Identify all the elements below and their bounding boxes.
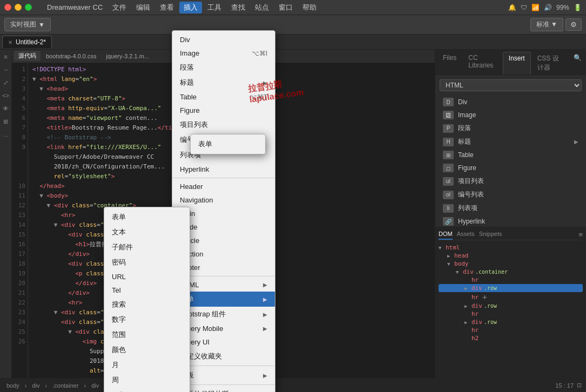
menu-file[interactable]: 文件 <box>108 2 131 13</box>
status-div[interactable]: div <box>30 381 42 390</box>
menu-item-image[interactable]: Image ⌥⌘I <box>172 46 275 60</box>
menu-item-heading[interactable]: 标题 ▶ <box>172 75 275 90</box>
menu-item-figure[interactable]: Figure <box>172 104 275 117</box>
menu-insert[interactable]: 插入 <box>179 2 202 13</box>
tab-css-designer[interactable]: CSS 设计器 <box>532 52 569 75</box>
gear-button[interactable]: ⚙ <box>565 18 582 31</box>
menu-tools[interactable]: 工具 <box>203 2 226 13</box>
form-submenu-item-form[interactable]: 表单 <box>104 209 190 225</box>
insert-ol[interactable]: ol 编号列表 <box>440 188 582 201</box>
status-div2[interactable]: div <box>89 381 101 390</box>
code-tab-bootstrap[interactable]: bootstrap-4.0.0.css <box>42 52 101 60</box>
dom-tab-snippets[interactable]: Snippets <box>479 231 502 240</box>
insert-ul[interactable]: ul 项目列表 <box>440 174 582 188</box>
right-panel: Files CC Libraries Insert CSS 设计器 🔍 HTML… <box>435 50 586 378</box>
paragraph-icon: P <box>443 124 454 133</box>
code-tab-source[interactable]: 源代码 <box>14 51 41 61</box>
menu-item-div[interactable]: Div <box>172 33 275 46</box>
form-submenu-item-number[interactable]: 数字 <box>104 312 190 327</box>
form-submenu-item-password[interactable]: 密码 <box>104 255 190 270</box>
insert-hyperlink[interactable]: 🔗 Hyperlink <box>440 215 582 227</box>
status-body[interactable]: body <box>4 381 22 390</box>
wifi-icon: 📶 <box>531 4 540 11</box>
sidebar-layers-icon[interactable]: ⊞ <box>1 117 11 126</box>
status-container[interactable]: .container <box>50 381 80 390</box>
close-button[interactable] <box>4 4 11 11</box>
dom-tab-assets[interactable]: Assets <box>457 231 475 240</box>
dom-arrow-icon: ▶ <box>464 320 470 325</box>
status-layout-icon[interactable]: ⊡ <box>577 382 582 389</box>
dom-node-hr3[interactable]: hr <box>439 310 583 318</box>
menu-item-ul[interactable]: 项目列表 <box>172 117 275 132</box>
form-submenu-item-tel[interactable]: Tel <box>104 283 190 297</box>
standard-button[interactable]: 标准 ▼ <box>530 18 563 31</box>
menu-item-header[interactable]: Header <box>172 180 275 193</box>
insert-paragraph[interactable]: P 段落 <box>440 121 582 135</box>
menu-help[interactable]: 帮助 <box>298 2 321 13</box>
dom-node-hr1[interactable]: hr <box>439 276 583 284</box>
insert-heading[interactable]: H 标题 ▶ <box>440 135 582 148</box>
tab-label: Untitled-2* <box>16 38 46 46</box>
menu-item-paragraph[interactable]: 段落 <box>172 60 275 75</box>
menu-window[interactable]: 窗口 <box>274 2 297 13</box>
dom-panel-close-icon[interactable]: ≡ <box>578 231 583 240</box>
sidebar-files-icon[interactable]: ≡ <box>1 52 11 62</box>
form-submenu-item-date[interactable]: 日期 <box>104 388 190 392</box>
dom-node-row2[interactable]: ▶ div .row <box>439 302 583 310</box>
dom-panel: DOM Assets Snippets ≡ ▼ html ▶ head ▼ <box>435 227 586 378</box>
form-submenu-item-search[interactable]: 搜索 <box>104 297 190 312</box>
menu-item-navigation[interactable]: Navigation <box>172 193 275 207</box>
dom-node-row-selected[interactable]: ▶ div .row <box>439 284 583 292</box>
status-bar: body › div › .container › div › .row 15 … <box>0 378 586 392</box>
toolbar: 实时视图 ▼ 标准 ▼ ⚙ <box>0 15 586 35</box>
form-submenu-item-range[interactable]: 范围 <box>104 327 190 342</box>
sidebar-more-icon[interactable]: … <box>1 130 11 139</box>
insert-li[interactable]: li 列表项 <box>440 201 582 215</box>
code-tab-jquery[interactable]: jquery-3.2.1.m... <box>102 52 153 60</box>
menu-edit[interactable]: 编辑 <box>132 2 154 13</box>
form-submenu-item-month[interactable]: 月 <box>104 357 190 373</box>
menu-dreamweaver[interactable]: Dreamweaver CC <box>43 2 107 12</box>
menu-item-hyperlink[interactable]: Hyperlink <box>172 163 275 176</box>
form-submenu-item-week[interactable]: 周 <box>104 373 190 388</box>
menu-view[interactable]: 查看 <box>156 2 178 13</box>
insert-image[interactable]: 🖼 Image <box>440 109 582 121</box>
form-submenu-item-color[interactable]: 颜色 <box>104 342 190 357</box>
tab-insert[interactable]: Insert <box>503 52 531 75</box>
live-view-button[interactable]: 实时视图 ▼ <box>4 18 51 31</box>
sidebar-expand-icon[interactable]: ⤢ <box>1 78 11 87</box>
filter-icon[interactable]: 🔍 <box>571 52 584 75</box>
dom-node-hr4[interactable]: hr <box>439 326 583 334</box>
tab-close-icon[interactable]: ✕ <box>8 39 12 45</box>
maximize-button[interactable] <box>25 4 32 11</box>
menu-item-table[interactable]: Table ⌥⌘T <box>172 90 275 104</box>
menu-find[interactable]: 查找 <box>227 2 250 13</box>
form-submenu-item-url[interactable]: URL <box>104 270 190 283</box>
table-submenu-item-table[interactable]: 表单 <box>191 137 265 152</box>
form-submenu[interactable]: 表单 文本 子邮件 密码 URL Tel 搜索 数字 范围 颜色 月 周 日期 … <box>104 207 190 392</box>
dom-node-body[interactable]: ▼ body <box>439 260 583 268</box>
dom-tab-dom[interactable]: DOM <box>439 231 453 240</box>
table-submenu[interactable]: 表单 <box>190 134 266 154</box>
insert-figure[interactable]: ◻ Figure <box>440 161 582 174</box>
tab-untitled[interactable]: ✕ Untitled-2* <box>2 36 52 48</box>
minimize-button[interactable] <box>15 4 22 11</box>
sidebar-code-icon[interactable]: <> <box>1 91 11 100</box>
insert-table[interactable]: ⊞ Table <box>440 148 582 161</box>
tab-files[interactable]: Files <box>437 52 462 75</box>
dom-node-h2[interactable]: h2 <box>439 334 583 342</box>
dom-node-hr2[interactable]: hr + <box>439 292 583 302</box>
dom-node-container[interactable]: ▼ div .container <box>439 268 583 276</box>
dom-node-head[interactable]: ▶ head <box>439 252 583 260</box>
sidebar-eye-icon[interactable]: 👁 <box>1 104 11 113</box>
form-submenu-item-text[interactable]: 文本 <box>104 225 190 240</box>
html-category-select[interactable]: HTML <box>440 79 582 91</box>
tab-cc-libraries[interactable]: CC Libraries <box>463 52 501 75</box>
dom-add-button[interactable]: + <box>480 293 489 301</box>
insert-div[interactable]: D Div <box>440 96 582 109</box>
sidebar-arrow-icon[interactable]: → <box>1 65 11 75</box>
form-submenu-item-email[interactable]: 子邮件 <box>104 240 190 255</box>
menu-site[interactable]: 站点 <box>251 2 273 13</box>
dom-node-html[interactable]: ▼ html <box>439 244 583 252</box>
dom-node-row3[interactable]: ▶ div .row <box>439 318 583 326</box>
